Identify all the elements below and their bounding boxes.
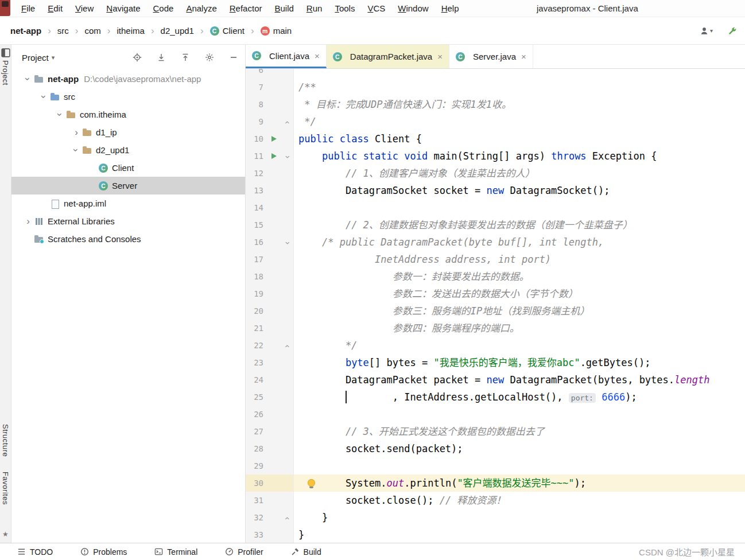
line-number[interactable]: 10 bbox=[246, 130, 266, 147]
line-number[interactable]: 23 bbox=[246, 354, 266, 371]
fold-icon[interactable]: › bbox=[285, 512, 290, 523]
line-number[interactable]: 22 bbox=[246, 337, 266, 354]
menu-file[interactable]: File bbox=[15, 3, 41, 13]
code-line-text[interactable]: /** bbox=[294, 79, 745, 96]
code-line-text[interactable]: , InetAddress.getLocalHost(), port: 6666… bbox=[294, 388, 745, 406]
editor-tab-server-java[interactable]: CServer.java× bbox=[449, 45, 533, 68]
line-number[interactable]: 24 bbox=[246, 371, 266, 388]
tree-item-d1-ip[interactable]: ›d1_ip bbox=[11, 123, 245, 141]
line-number[interactable]: 18 bbox=[246, 268, 266, 285]
user-button[interactable]: ▾ bbox=[700, 26, 713, 36]
line-number[interactable]: 31 bbox=[246, 492, 266, 509]
menu-tools[interactable]: Tools bbox=[328, 3, 361, 13]
menu-help[interactable]: Help bbox=[435, 3, 465, 13]
breadcrumb-item-src[interactable]: src bbox=[55, 24, 71, 37]
code-line-text[interactable]: DatagramSocket socket = new DatagramSock… bbox=[294, 182, 745, 199]
code-line-text[interactable]: /* public DatagramPacket(byte buf[], int… bbox=[294, 234, 745, 251]
code-line-text[interactable]: } bbox=[294, 509, 745, 526]
expand-all-button[interactable] bbox=[157, 53, 166, 62]
line-number[interactable]: 27 bbox=[246, 423, 266, 440]
chevron-expanded-icon[interactable]: › bbox=[38, 92, 51, 102]
menu-view[interactable]: View bbox=[69, 3, 100, 13]
fold-icon[interactable]: › bbox=[285, 150, 290, 162]
tool-stripe-project[interactable]: Project bbox=[1, 48, 10, 85]
code-line-text[interactable]: 参数一：封装要发出去的数据。 bbox=[294, 268, 745, 285]
line-number[interactable]: 21 bbox=[246, 320, 266, 337]
code-line-text[interactable]: // 1、创建客户端对象（发韭菜出去的人） bbox=[294, 165, 745, 182]
code-line-text[interactable] bbox=[294, 199, 745, 216]
run-icon[interactable] bbox=[271, 153, 277, 159]
menu-analyze[interactable]: Analyze bbox=[180, 3, 223, 13]
status-problems[interactable]: Problems bbox=[80, 547, 127, 557]
tree-item-server[interactable]: CServer bbox=[11, 177, 245, 195]
menu-run[interactable]: Run bbox=[300, 3, 329, 13]
tree-item-d2-upd1[interactable]: ›d2_upd1 bbox=[11, 141, 245, 159]
tool-stripe-structure[interactable]: Structure bbox=[1, 424, 10, 457]
tool-stripe-favorites[interactable]: Favorites bbox=[1, 472, 10, 505]
code-line-text[interactable] bbox=[294, 457, 745, 475]
code-line-text[interactable]: */ bbox=[294, 337, 745, 354]
code-line-text[interactable]: socket.close(); // 释放资源！ bbox=[294, 492, 745, 509]
hide-button[interactable] bbox=[229, 53, 238, 62]
code-line-text[interactable]: 参数四：服务端程序的端口。 bbox=[294, 320, 745, 337]
code-line-text[interactable]: InetAddress address, int port) bbox=[294, 251, 745, 268]
breadcrumb-item-main[interactable]: mmain bbox=[258, 24, 294, 37]
code-line-text[interactable]: public class Client { bbox=[294, 130, 745, 147]
breadcrumb-item-d2-upd1[interactable]: d2_upd1 bbox=[158, 24, 196, 37]
line-number[interactable]: 32 bbox=[246, 509, 266, 526]
code-line-text[interactable]: 参数三：服务端的IP地址（找到服务端主机） bbox=[294, 302, 745, 320]
chevron-collapsed-icon[interactable]: › bbox=[22, 216, 34, 226]
code-line-text[interactable]: socket.send(packet); bbox=[294, 440, 745, 457]
status-profiler[interactable]: Profiler bbox=[225, 547, 263, 557]
chevron-expanded-icon[interactable]: › bbox=[70, 145, 83, 155]
line-number[interactable]: 26 bbox=[246, 406, 266, 423]
menu-edit[interactable]: Edit bbox=[41, 3, 69, 13]
line-number[interactable]: 9 bbox=[246, 113, 266, 130]
status-todo[interactable]: TODO bbox=[17, 547, 53, 557]
chevron-collapsed-icon[interactable]: › bbox=[70, 127, 83, 137]
menu-build[interactable]: Build bbox=[268, 3, 300, 13]
code-line-text[interactable] bbox=[294, 406, 745, 423]
status-terminal[interactable]: Terminal bbox=[154, 547, 197, 557]
close-tab-icon[interactable]: × bbox=[315, 51, 320, 61]
app-logo-icon[interactable] bbox=[0, 0, 10, 16]
fold-icon[interactable]: › bbox=[285, 116, 290, 127]
line-number[interactable]: 30 bbox=[246, 475, 266, 492]
line-number[interactable]: 33 bbox=[246, 526, 266, 543]
line-number[interactable]: 20 bbox=[246, 302, 266, 320]
run-icon[interactable] bbox=[271, 136, 277, 142]
breadcrumb-item-com[interactable]: com bbox=[83, 24, 103, 37]
menu-vcs[interactable]: VCS bbox=[361, 3, 391, 13]
code-line-text[interactable] bbox=[294, 69, 745, 79]
code-line-text[interactable]: DatagramPacket packet = new DatagramPack… bbox=[294, 371, 745, 388]
close-tab-icon[interactable]: × bbox=[437, 52, 443, 61]
line-number[interactable]: 14 bbox=[246, 199, 266, 216]
line-number[interactable]: 7 bbox=[246, 79, 266, 96]
chevron-expanded-icon[interactable]: › bbox=[22, 74, 34, 84]
line-number[interactable]: 6 bbox=[246, 69, 266, 79]
line-number[interactable]: 12 bbox=[246, 165, 266, 182]
line-number[interactable]: 17 bbox=[246, 251, 266, 268]
menu-code[interactable]: Code bbox=[147, 3, 180, 13]
code-line-text[interactable]: public static void main(String[] args) t… bbox=[294, 147, 745, 165]
line-number[interactable]: 16 bbox=[246, 234, 266, 251]
settings-button[interactable] bbox=[205, 53, 214, 62]
wrench-button[interactable] bbox=[728, 26, 737, 36]
menu-navigate[interactable]: Navigate bbox=[100, 3, 146, 13]
tree-item-net-app-iml[interactable]: net-app.iml bbox=[11, 195, 245, 212]
code-line-text[interactable]: // 3、开始正式发送这个数据包的数据出去了 bbox=[294, 423, 745, 440]
line-number[interactable]: 15 bbox=[246, 216, 266, 234]
fold-icon[interactable]: › bbox=[285, 236, 290, 248]
code-line-text[interactable]: 参数二：发送出去的数据大小（字节个数） bbox=[294, 285, 745, 302]
collapse-all-button[interactable] bbox=[181, 53, 190, 62]
menu-refactor[interactable]: Refactor bbox=[223, 3, 269, 13]
line-number[interactable]: 8 bbox=[246, 96, 266, 113]
tree-item-client[interactable]: CClient bbox=[11, 159, 245, 177]
editor-tab-datagrampacket-java[interactable]: CDatagramPacket.java× bbox=[327, 45, 449, 68]
tree-item-com-itheima[interactable]: ›com.itheima bbox=[11, 106, 245, 123]
code-line-text[interactable]: byte[] bytes = "我是快乐的客户端，我爱你abc".getByte… bbox=[294, 354, 745, 371]
editor-tab-client-java[interactable]: CClient.java× bbox=[246, 45, 327, 68]
locate-button[interactable] bbox=[133, 53, 142, 62]
code-line-text[interactable]: // 2、创建数据包对象封装要发出去的数据（创建一个韭菜盘子） bbox=[294, 216, 745, 234]
project-panel-title[interactable]: Project bbox=[22, 53, 55, 63]
